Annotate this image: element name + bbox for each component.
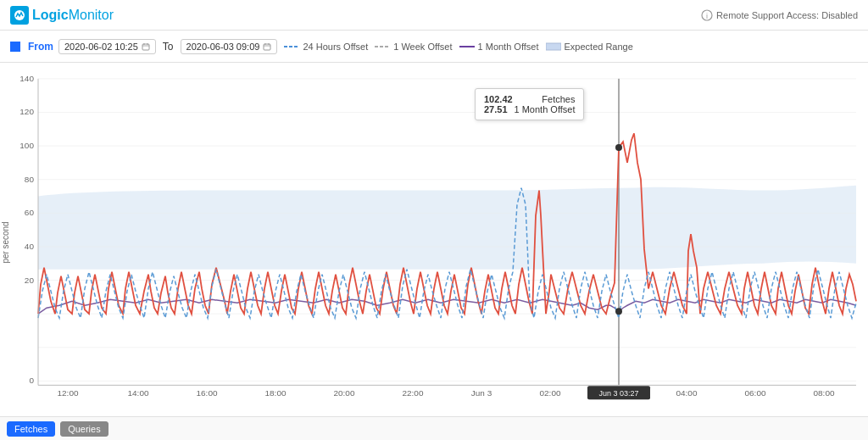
svg-text:22:00: 22:00 xyxy=(403,388,424,398)
svg-text:Jun 3 03:27: Jun 3 03:27 xyxy=(599,389,639,398)
svg-text:16:00: 16:00 xyxy=(197,388,218,398)
legend-er: Expected Range xyxy=(546,42,633,52)
from-label: From xyxy=(26,41,55,53)
svg-rect-7 xyxy=(264,44,270,50)
crosshair-dot-fetches xyxy=(615,144,622,151)
svg-text:14:00: 14:00 xyxy=(128,388,149,398)
svg-text:18:00: 18:00 xyxy=(265,388,287,398)
svg-text:04:00: 04:00 xyxy=(676,388,698,398)
svg-text:06:00: 06:00 xyxy=(745,388,766,398)
from-color-swatch xyxy=(10,42,20,52)
expected-range-fill xyxy=(38,186,856,270)
legend-1m: 1 Month Offset xyxy=(459,42,539,52)
queries-button[interactable]: Queries xyxy=(60,421,108,437)
logo: LogicMonitor xyxy=(10,6,114,25)
crosshair-dot-1month xyxy=(615,308,622,315)
svg-text:100: 100 xyxy=(19,141,34,150)
bottom-bar: Fetches Queries xyxy=(0,416,868,440)
svg-text:02:00: 02:00 xyxy=(540,388,561,398)
svg-text:40: 40 xyxy=(25,242,35,251)
svg-text:12:00: 12:00 xyxy=(58,388,79,398)
svg-text:120: 120 xyxy=(19,107,34,116)
logo-text: LogicMonitor xyxy=(32,8,114,23)
remote-access-label: i Remote Support Access: Disabled xyxy=(701,9,858,21)
chart-container: per second 140 120 100 80 60 40 20 0 12:… xyxy=(0,63,868,416)
to-label: To xyxy=(163,41,174,53)
from-field: From 2020-06-02 10:25 xyxy=(10,39,156,54)
header: LogicMonitor i Remote Support Access: Di… xyxy=(0,0,868,31)
lm-icon xyxy=(10,6,29,25)
to-datetime-input[interactable]: 2020-06-03 09:09 xyxy=(181,39,278,54)
svg-text:08:00: 08:00 xyxy=(814,388,835,398)
toolbar: From 2020-06-02 10:25 To 2020-06-03 09:0… xyxy=(0,31,868,63)
svg-text:20: 20 xyxy=(25,276,35,285)
svg-text:per second: per second xyxy=(1,222,10,264)
svg-text:20:00: 20:00 xyxy=(334,388,355,398)
fetches-button[interactable]: Fetches xyxy=(7,421,55,437)
legend-1w: 1 Week Offset xyxy=(375,42,452,52)
legend-24h: 24 Hours Offset xyxy=(284,42,368,52)
chart-svg: per second 140 120 100 80 60 40 20 0 12:… xyxy=(0,66,868,416)
svg-text:80: 80 xyxy=(25,175,35,184)
svg-rect-14 xyxy=(546,43,561,50)
svg-text:i: i xyxy=(706,11,708,19)
svg-rect-3 xyxy=(142,44,149,50)
from-datetime-input[interactable]: 2020-06-02 10:25 xyxy=(58,39,156,54)
svg-text:0: 0 xyxy=(29,376,34,385)
svg-text:60: 60 xyxy=(25,208,35,217)
svg-text:140: 140 xyxy=(19,74,34,83)
svg-text:Jun 3: Jun 3 xyxy=(471,388,492,398)
